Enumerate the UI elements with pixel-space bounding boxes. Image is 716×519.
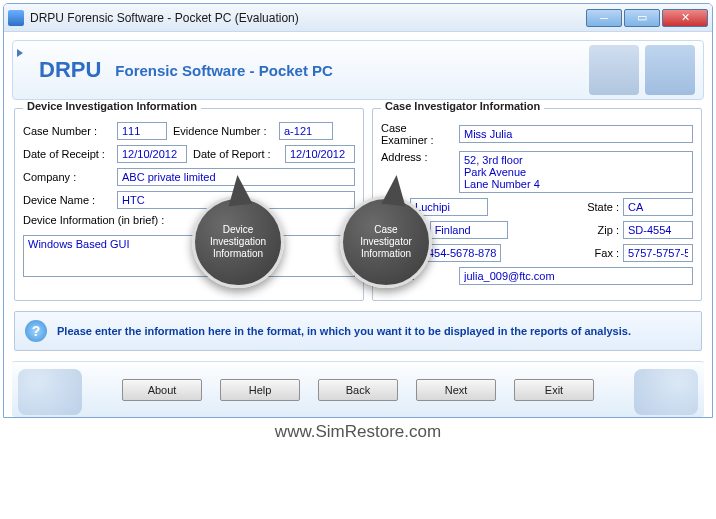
email-input[interactable] xyxy=(459,267,693,285)
examiner-input[interactable] xyxy=(459,125,693,143)
header: DRPU Forensic Software - Pocket PC xyxy=(12,40,704,100)
device-name-label: Device Name : xyxy=(23,194,111,206)
callout-case-investigator: Case Investigator Information xyxy=(340,196,432,288)
date-report-label: Date of Report : xyxy=(193,148,279,160)
titlebar: DRPU Forensic Software - Pocket PC (Eval… xyxy=(4,4,712,32)
examiner-label: Case Examiner : xyxy=(381,122,453,146)
state-label: State : xyxy=(587,201,619,213)
logo-triangle-icon xyxy=(17,49,23,57)
logo-text: DRPU xyxy=(39,57,101,83)
date-receipt-label: Date of Receipt : xyxy=(23,148,111,160)
info-icon: ? xyxy=(25,320,47,342)
header-subtitle: Forensic Software - Pocket PC xyxy=(115,62,333,79)
about-button[interactable]: About xyxy=(122,379,202,401)
fax-input[interactable] xyxy=(623,244,693,262)
footer: About Help Back Next Exit xyxy=(12,361,704,417)
state-input[interactable] xyxy=(623,198,693,216)
maximize-button[interactable]: ▭ xyxy=(624,9,660,27)
evidence-number-input[interactable] xyxy=(279,122,333,140)
info-message: Please enter the information here in the… xyxy=(57,325,631,337)
next-button[interactable]: Next xyxy=(416,379,496,401)
info-bar: ? Please enter the information here in t… xyxy=(14,311,702,351)
address-textarea[interactable]: 52, 3rd floor Park Avenue Lane Number 4 xyxy=(459,151,693,193)
zip-label: Zip : xyxy=(598,224,619,236)
case-number-label: Case Number : xyxy=(23,125,111,137)
callout-device-investigation: Device Investigation Information xyxy=(192,196,284,288)
help-button[interactable]: Help xyxy=(220,379,300,401)
back-button[interactable]: Back xyxy=(318,379,398,401)
minimize-button[interactable]: ─ xyxy=(586,9,622,27)
device-info-textarea[interactable]: Windows Based GUI xyxy=(23,235,355,277)
date-receipt-input[interactable] xyxy=(117,145,187,163)
watermark: www.SimRestore.com xyxy=(0,422,716,442)
phone-input[interactable] xyxy=(423,244,501,262)
device-info-label: Device Information (in brief) : xyxy=(23,214,355,226)
window-title: DRPU Forensic Software - Pocket PC (Eval… xyxy=(30,11,584,25)
country-input[interactable] xyxy=(430,221,508,239)
fax-label: Fax : xyxy=(595,247,619,259)
company-label: Company : xyxy=(23,171,111,183)
device-investigation-fieldset: Device Investigation Information Case Nu… xyxy=(14,108,364,301)
investigator-legend: Case Investigator Information xyxy=(381,100,544,112)
evidence-number-label: Evidence Number : xyxy=(173,125,273,137)
address-label: Address : xyxy=(381,151,453,163)
investigator-icon xyxy=(645,45,695,95)
stamp-report-icon xyxy=(634,369,698,415)
device-legend: Device Investigation Information xyxy=(23,100,201,112)
scanner-icon xyxy=(589,45,639,95)
date-report-input[interactable] xyxy=(285,145,355,163)
zip-input[interactable] xyxy=(623,221,693,239)
app-icon xyxy=(8,10,24,26)
close-button[interactable]: ✕ xyxy=(662,9,708,27)
exit-button[interactable]: Exit xyxy=(514,379,594,401)
case-number-input[interactable] xyxy=(117,122,167,140)
header-artwork xyxy=(589,45,695,95)
magnifier-phone-icon xyxy=(18,369,82,415)
case-investigator-fieldset: Case Investigator Information Case Exami… xyxy=(372,108,702,301)
